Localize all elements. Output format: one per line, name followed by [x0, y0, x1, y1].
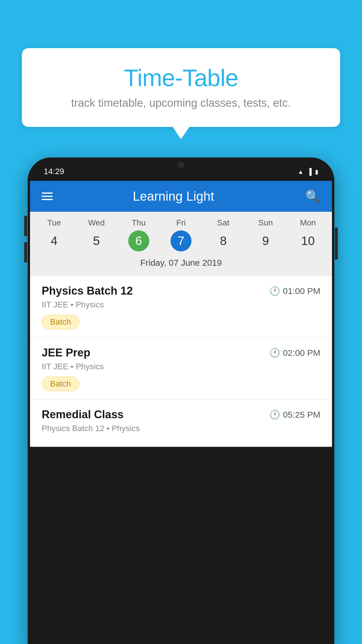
day-label-tue: Tue [33, 218, 75, 228]
day-8[interactable]: 8 [213, 230, 234, 251]
day-headers: Tue Wed Thu Fri Sat Sun Mon [33, 218, 329, 228]
schedule-subtitle-1: IIT JEE • Physics [42, 300, 320, 309]
schedule-time-3: 🕐 05:25 PM [269, 410, 320, 420]
day-label-sun: Sun [245, 218, 287, 228]
schedule-subtitle-2: IIT JEE • Physics [42, 362, 320, 371]
schedule-title-1: Physics Batch 12 [42, 285, 133, 297]
day-7-selected[interactable]: 7 [171, 230, 191, 251]
phone-notch [162, 158, 200, 172]
selected-date-label: Friday, 07 June 2019 [33, 256, 329, 273]
day-numbers: 4 5 6 7 8 9 10 [33, 230, 329, 251]
schedule-time-value-3: 05:25 PM [283, 410, 320, 420]
schedule-item-header-2: JEE Prep 🕐 02:00 PM [42, 346, 320, 359]
bubble-title: Time-Table [39, 64, 323, 92]
batch-tag-2: Batch [42, 377, 80, 391]
phone-screen: Learning Light 🔍 Tue Wed Thu Fri Sat Sun… [30, 181, 332, 447]
schedule-time-1: 🕐 01:00 PM [269, 286, 320, 296]
day-6-today[interactable]: 6 [128, 230, 149, 251]
day-10[interactable]: 10 [297, 230, 318, 251]
schedule-time-value-1: 01:00 PM [283, 286, 320, 296]
speech-bubble: Time-Table track timetable, upcoming cla… [22, 48, 340, 127]
schedule-title-2: JEE Prep [42, 346, 90, 359]
day-label-fri: Fri [160, 218, 202, 228]
bubble-subtitle: track timetable, upcoming classes, tests… [39, 97, 323, 109]
wifi-icon [298, 167, 304, 176]
schedule-item-remedial-class[interactable]: Remedial Class 🕐 05:25 PM Physics Batch … [30, 400, 332, 447]
volume-down-button[interactable] [24, 242, 27, 262]
schedule-time-2: 🕐 02:00 PM [269, 348, 320, 358]
volume-up-button[interactable] [24, 216, 27, 236]
power-button[interactable] [335, 228, 338, 260]
app-header: Learning Light 🔍 [30, 181, 332, 212]
schedule-item-header-3: Remedial Class 🕐 05:25 PM [42, 408, 320, 421]
day-label-thu: Thu [117, 218, 160, 228]
clock-icon-1: 🕐 [269, 286, 280, 296]
day-9[interactable]: 9 [255, 230, 276, 251]
app-title: Learning Light [42, 189, 305, 204]
schedule-item-jee-prep[interactable]: JEE Prep 🕐 02:00 PM IIT JEE • Physics Ba… [30, 338, 332, 400]
battery-icon [315, 167, 318, 176]
calendar-strip: Tue Wed Thu Fri Sat Sun Mon 4 5 6 7 8 9 … [30, 212, 332, 276]
clock-icon-3: 🕐 [269, 410, 280, 420]
day-4[interactable]: 4 [44, 230, 65, 251]
status-time: 14:29 [44, 167, 64, 176]
day-label-wed: Wed [75, 218, 117, 228]
day-5[interactable]: 5 [86, 230, 107, 251]
schedule-title-3: Remedial Class [42, 408, 124, 421]
clock-icon-2: 🕐 [269, 348, 280, 358]
status-icons [298, 167, 318, 176]
phone-frame: 14:29 Learning Light 🔍 Tue Wed [28, 158, 334, 644]
phone-top-bar: 14:29 [28, 158, 334, 181]
signal-icon [307, 167, 312, 176]
schedule-subtitle-3: Physics Batch 12 • Physics [42, 424, 320, 433]
schedule-list: Physics Batch 12 🕐 01:00 PM IIT JEE • Ph… [30, 276, 332, 447]
search-icon[interactable]: 🔍 [305, 189, 320, 204]
batch-tag-1: Batch [42, 315, 80, 329]
camera-dot [178, 162, 184, 168]
schedule-item-header-1: Physics Batch 12 🕐 01:00 PM [42, 285, 320, 297]
schedule-time-value-2: 02:00 PM [283, 348, 320, 358]
day-label-mon: Mon [287, 218, 329, 228]
day-label-sat: Sat [202, 218, 245, 228]
schedule-item-physics-batch-12[interactable]: Physics Batch 12 🕐 01:00 PM IIT JEE • Ph… [30, 276, 332, 338]
speech-bubble-container: Time-Table track timetable, upcoming cla… [22, 48, 340, 127]
